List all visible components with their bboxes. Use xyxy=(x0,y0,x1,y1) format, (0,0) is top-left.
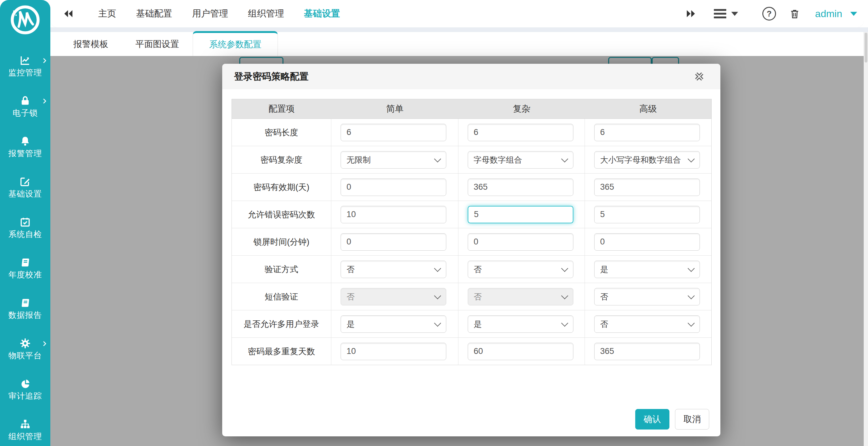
sidebar-item-label: 电子锁 xyxy=(0,108,50,119)
header-divider-band xyxy=(50,27,868,32)
sidebar-item[interactable]: 监控管理 xyxy=(0,55,50,95)
page-scrollbar[interactable] xyxy=(864,32,868,446)
sidebar-item-label: 物联平台 xyxy=(0,350,50,361)
sidebar-item[interactable]: 年度校准 xyxy=(0,257,50,297)
tab[interactable]: 平面图设置 xyxy=(122,32,193,56)
tab-bar: 报警模板平面图设置系统参数配置 xyxy=(50,32,868,56)
sidebar-item[interactable]: 组织管理 xyxy=(0,419,50,446)
row-label: 是否允许多用户登录 xyxy=(232,310,331,337)
question-mark-icon: ? xyxy=(767,9,772,19)
policy-input[interactable] xyxy=(341,343,446,360)
sidebar: 监控管理 电子锁 报警管理 基础设置 xyxy=(0,0,50,446)
sidebar-item-label: 系统自检 xyxy=(0,229,50,240)
top-nav-item[interactable]: 用户管理 xyxy=(182,0,238,27)
top-nav-item[interactable]: 组织管理 xyxy=(238,0,294,27)
policy-select[interactable]: 否 xyxy=(594,288,700,305)
policy-select[interactable]: 字母数字组合 xyxy=(468,151,574,169)
policy-select[interactable]: 是 xyxy=(594,261,700,278)
policy-input[interactable] xyxy=(341,179,446,196)
top-nav-item[interactable]: 基础配置 xyxy=(126,0,182,27)
policy-input[interactable] xyxy=(341,206,446,223)
user-caret-down-icon[interactable] xyxy=(850,12,857,16)
policy-select[interactable]: 否 xyxy=(468,261,574,278)
brand-logo xyxy=(7,3,43,35)
sidebar-item[interactable]: 审计追踪 xyxy=(0,378,50,419)
confirm-button[interactable]: 确认 xyxy=(635,409,670,429)
table-row: 短信验证 否 否 否 xyxy=(232,283,711,310)
policy-select-wrap: 是 xyxy=(594,261,700,278)
sidebar-item-label: 监控管理 xyxy=(0,67,50,78)
modal-footer: 确认 取消 xyxy=(635,409,709,429)
lock-icon xyxy=(19,95,31,107)
policy-select-wrap: 是 xyxy=(341,316,446,333)
policy-select[interactable]: 无限制 xyxy=(341,151,446,169)
table-row: 是否允许多用户登录 是 是 否 xyxy=(232,310,711,338)
sidebar-item-label: 数据报告 xyxy=(0,310,50,321)
cancel-button[interactable]: 取消 xyxy=(675,409,709,429)
menu-button[interactable] xyxy=(714,9,738,18)
scrollbar-thumb[interactable] xyxy=(865,33,867,62)
book-icon xyxy=(19,297,31,308)
sitemap-icon xyxy=(19,419,31,430)
close-button[interactable] xyxy=(694,71,705,82)
top-nav: 主页基础配置用户管理组织管理基础设置 xyxy=(88,0,350,27)
policy-select[interactable]: 是 xyxy=(468,316,574,333)
sidebar-item[interactable]: 报警管理 xyxy=(0,136,50,176)
app-window: 监控管理 电子锁 报警管理 基础设置 xyxy=(0,0,868,446)
tab[interactable]: 报警模板 xyxy=(60,32,122,56)
collapse-menu-button[interactable] xyxy=(63,8,74,19)
policy-input[interactable] xyxy=(594,179,700,196)
policy-input[interactable] xyxy=(594,206,700,223)
policy-input[interactable] xyxy=(468,124,574,141)
policy-input[interactable] xyxy=(594,124,700,141)
policy-select[interactable]: 大小写字母和数字组合 xyxy=(594,151,700,169)
sidebar-item[interactable]: 物联平台 xyxy=(0,338,50,378)
expand-menu-button[interactable] xyxy=(685,8,696,19)
row-label: 短信验证 xyxy=(232,283,331,310)
table-row: 允许错误密码次数 xyxy=(232,201,711,228)
policy-input[interactable] xyxy=(468,343,574,360)
policy-input-focused[interactable] xyxy=(468,206,574,223)
policy-input[interactable] xyxy=(341,124,446,141)
sidebar-item-label: 年度校准 xyxy=(0,269,50,280)
trash-icon xyxy=(789,8,800,20)
policy-select-wrap: 否 xyxy=(341,261,446,278)
calendar-check-icon xyxy=(19,216,31,228)
sidebar-item[interactable]: 系统自检 xyxy=(0,216,50,257)
table-row: 密码有效期(天) xyxy=(232,174,711,201)
policy-select[interactable]: 否 xyxy=(341,288,446,305)
top-bar-right: ? admin xyxy=(685,7,857,21)
column-header: 高级 xyxy=(585,99,711,119)
column-header: 配置项 xyxy=(232,99,331,119)
help-button[interactable]: ? xyxy=(762,7,776,21)
sidebar-item[interactable]: 电子锁 xyxy=(0,95,50,136)
policy-select[interactable]: 是 xyxy=(341,316,446,333)
policy-input[interactable] xyxy=(594,233,700,251)
policy-input[interactable] xyxy=(341,233,446,251)
table-row: 密码最多重复天数 xyxy=(232,338,711,365)
user-menu[interactable]: admin xyxy=(815,8,842,20)
sidebar-item[interactable]: 数据报告 xyxy=(0,297,50,338)
chart-line-icon xyxy=(19,55,31,66)
policy-select[interactable]: 否 xyxy=(341,261,446,278)
modal-header: 登录密码策略配置 xyxy=(222,64,720,89)
policy-select-wrap: 否 xyxy=(594,288,700,305)
top-nav-item[interactable]: 主页 xyxy=(88,0,126,27)
chevron-right-icon xyxy=(42,340,47,347)
policy-input[interactable] xyxy=(594,343,700,360)
caret-down-icon xyxy=(731,12,738,16)
sidebar-item[interactable]: 基础设置 xyxy=(0,176,50,216)
table-row: 密码长度 xyxy=(232,119,711,146)
top-bar: 主页基础配置用户管理组织管理基础设置 ? admin xyxy=(50,0,864,27)
policy-select[interactable]: 否 xyxy=(468,288,574,305)
table-row: 密码复杂度 无限制 字母数字组合 大小写字母和数字组合 xyxy=(232,146,711,174)
trash-button[interactable] xyxy=(789,8,800,20)
table-row: 验证方式 否 否 是 xyxy=(232,256,711,283)
policy-input[interactable] xyxy=(468,233,574,251)
policy-input[interactable] xyxy=(468,179,574,196)
top-nav-item[interactable]: 基础设置 xyxy=(294,0,350,27)
close-x-icon xyxy=(694,71,705,82)
policy-table: 配置项 简单 复杂 高级 密码长度 密码复杂度 无限制 字母数字组合 大小写字母… xyxy=(231,99,712,365)
tab[interactable]: 系统参数配置 xyxy=(193,31,278,56)
policy-select[interactable]: 否 xyxy=(594,316,700,333)
